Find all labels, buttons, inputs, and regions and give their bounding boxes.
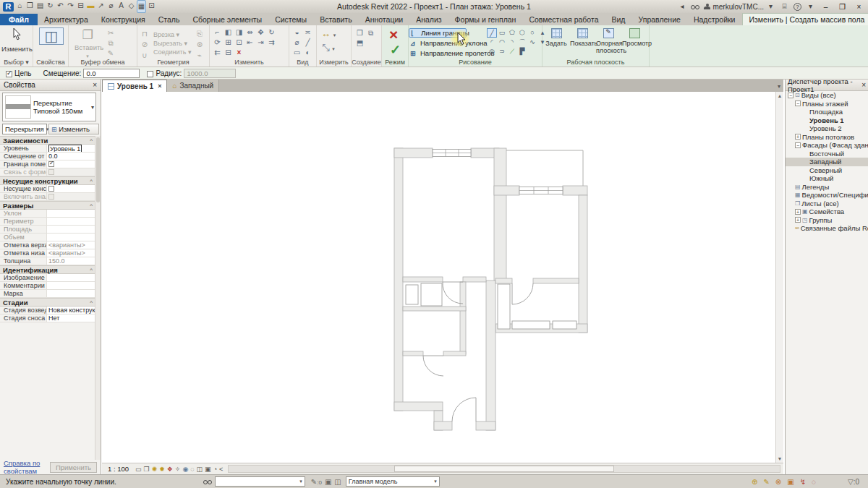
create-tool-1[interactable]: ⧉	[365, 28, 376, 38]
section-1[interactable]: Несущие конструкции^	[0, 176, 95, 185]
set-workplane-button[interactable]: Задать	[544, 28, 569, 48]
close-button[interactable]: ×	[853, 3, 865, 11]
modify-tool-0[interactable]: ⌐	[212, 27, 223, 38]
properties-scrollbar[interactable]	[95, 136, 101, 460]
tree-item-группы[interactable]: +◳Группы	[786, 216, 868, 225]
search-icon[interactable]	[691, 3, 699, 11]
match-type-icon[interactable]: ✎	[106, 49, 115, 57]
view-tool-3[interactable]: ╱	[302, 38, 313, 48]
qat-icon-9[interactable]: ⌀	[106, 0, 116, 13]
create-tool-0[interactable]: ❒	[354, 28, 365, 38]
view-tool-2[interactable]: ⌀	[292, 38, 302, 48]
qat-icon-12[interactable]: ▦	[137, 0, 146, 13]
tab-аннотации[interactable]: Аннотации	[359, 14, 410, 25]
qat-icon-10[interactable]: A	[116, 0, 126, 13]
tree-item-уровень-1[interactable]: Уровень 1	[786, 116, 868, 125]
properties-help-link[interactable]: Справка по свойствам	[4, 459, 50, 475]
draw-tool-6[interactable]: ◜	[487, 38, 497, 47]
draw-tool-10[interactable]: ∿	[527, 38, 537, 47]
chain-checkbox[interactable]	[6, 71, 12, 77]
section-3[interactable]: Идентификация^	[0, 265, 95, 274]
app-store-icon[interactable]: ⌸	[780, 1, 789, 12]
draw-tool-0[interactable]: ╱	[487, 28, 497, 38]
qat-icon-7[interactable]: ▬	[86, 0, 95, 13]
qat-icon-13[interactable]: ⊡	[147, 0, 156, 13]
chevron-down-icon[interactable]: ▾	[91, 104, 95, 111]
modify-button[interactable]: Изменить	[1, 27, 32, 53]
draw-tool-12[interactable]: ◎	[487, 47, 497, 56]
status-toggle-4[interactable]: ↯	[800, 478, 806, 486]
status-toggle-5[interactable]: ◌	[812, 478, 816, 486]
tree-item-ведомости-спецификации[interactable]: ▦Ведомости/Спецификации	[786, 191, 868, 200]
modify-tool-8[interactable]: ⊡	[234, 38, 244, 48]
tab-формы-и-генплан[interactable]: Формы и генплан	[448, 14, 523, 25]
account-menu[interactable]: merkulovTMC... ▾	[704, 1, 775, 12]
scale-control[interactable]: 1 : 100	[108, 465, 129, 473]
tab-управление[interactable]: Управление	[632, 14, 687, 25]
filter-icon[interactable]: ▽:0	[848, 478, 859, 486]
draw-tool-9[interactable]: ⌒	[517, 38, 527, 47]
tab-конструкция[interactable]: Конструкция	[95, 14, 152, 25]
status-toggle-1[interactable]: ✎	[763, 478, 769, 486]
qat-icon-0[interactable]: ⌂	[15, 0, 25, 13]
geometry-item-1[interactable]: Вырезать ▾	[153, 39, 191, 48]
geometry-item-0[interactable]: Врезка ▾	[153, 30, 191, 39]
modify-tool-2[interactable]: ◨	[234, 27, 244, 38]
collapse-icon[interactable]: −	[788, 93, 793, 98]
view-control-icon-3[interactable]: ✹	[159, 466, 165, 473]
apply-button[interactable]: Применить	[50, 462, 97, 473]
geometry-item-2[interactable]: Соединить ▾	[153, 48, 191, 56]
design-option-combo[interactable]: Главная модель▾	[346, 476, 440, 487]
boundary-line-button[interactable]: ⌊ Линия границы	[409, 28, 467, 38]
offset-input[interactable]: 0.0	[83, 69, 140, 78]
minimize-button[interactable]: –	[820, 3, 832, 11]
collapse-arrow-icon[interactable]: ◂	[677, 1, 686, 12]
view-control-icon-0[interactable]: ▭	[135, 466, 142, 473]
tree-item-западный[interactable]: Западный	[786, 158, 868, 166]
tab-надстройки[interactable]: Надстройки	[687, 14, 742, 25]
create-tool-2[interactable]: ⬒	[354, 38, 365, 48]
view-tool-0[interactable]: ◒	[292, 27, 302, 38]
view-tool-1[interactable]: ≍	[302, 27, 313, 38]
tab-файл[interactable]: Файл	[0, 14, 38, 25]
draw-tool-8[interactable]: ◝	[507, 38, 517, 47]
search-icon[interactable]	[203, 478, 212, 486]
scroll-up-icon[interactable]: ▲	[776, 92, 783, 100]
modify-tool-9[interactable]: ⇤	[244, 38, 255, 48]
editable-only-icon[interactable]: ✎:0	[311, 478, 322, 486]
modify-tool-12[interactable]: ⇇	[212, 48, 223, 58]
radius-checkbox[interactable]	[147, 71, 153, 77]
tab-вид[interactable]: Вид	[605, 14, 632, 25]
section-4[interactable]: Стадии^	[0, 298, 95, 307]
modify-tool-4[interactable]: ✥	[255, 27, 266, 38]
maximize-button[interactable]: ❐	[836, 3, 848, 11]
view-control-icon-2[interactable]: ✺	[152, 466, 158, 473]
qat-icon-1[interactable]: ❒	[25, 0, 35, 13]
view-tool-5[interactable]: ◐	[302, 48, 313, 58]
tree-item-связанные-файлы-revit[interactable]: ∞Связанные файлы Revit	[786, 224, 868, 233]
paste-button[interactable]: ❐ Вставить ▾	[75, 27, 101, 59]
modify-tool-11[interactable]: ⇉	[266, 38, 277, 48]
tab-сталь[interactable]: Сталь	[152, 14, 187, 25]
draw-tool-14[interactable]: ⟋	[507, 47, 517, 56]
view-control-icon-7[interactable]: ◌	[190, 466, 194, 473]
collapse-icon[interactable]: −	[795, 142, 801, 148]
qat-icon-11[interactable]: ◇	[127, 0, 136, 13]
tab-совместная-работа[interactable]: Совместная работа	[522, 14, 605, 25]
copy-icon[interactable]: ⧉	[106, 39, 115, 47]
tree-item-южный[interactable]: Южный	[786, 174, 868, 183]
modify-tool-3[interactable]: ⇹	[244, 27, 255, 38]
qat-icon-2[interactable]: ▤	[35, 0, 45, 13]
type-selector[interactable]: ПерекрытиеТиповой 150мм ▾	[2, 93, 96, 121]
draw-tool-4[interactable]: ○	[527, 28, 537, 38]
modify-tool-5[interactable]: ↻	[266, 27, 277, 38]
span-direction-button[interactable]: ⊞ Направление пролетов	[409, 49, 484, 59]
close-icon[interactable]: ×	[93, 81, 97, 89]
revit-logo-icon[interactable]: R	[3, 2, 14, 12]
search-combo[interactable]: ▾	[215, 476, 305, 487]
collapse-icon[interactable]: −	[795, 100, 801, 106]
tree-item-планы-потолков[interactable]: +Планы потолков	[786, 133, 868, 142]
panel-label-select[interactable]: Выбор ▾	[0, 59, 33, 67]
draw-tool-15[interactable]: ▛	[517, 47, 527, 56]
qat-icon-4[interactable]: ↶	[56, 0, 65, 13]
